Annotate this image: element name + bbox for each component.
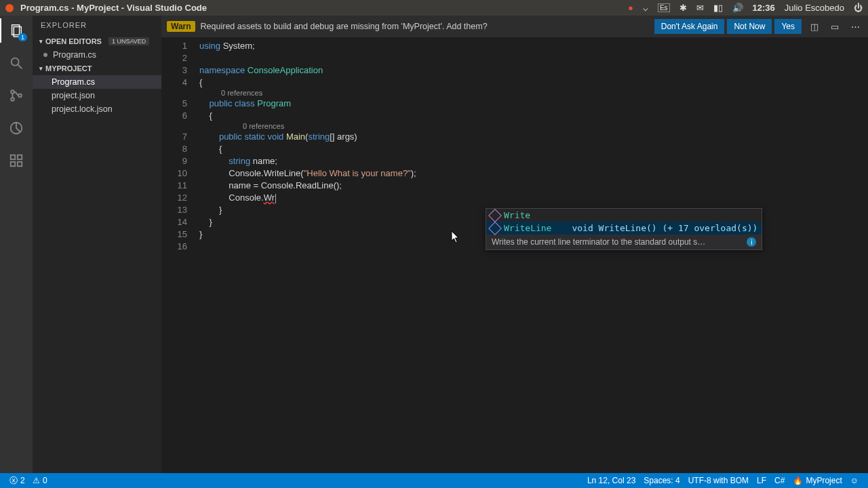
open-editor-label: Program.cs	[53, 50, 96, 60]
system-tray: ● ⌵ Es ✱ ✉ ▮▯ 🔊 12:36 Julio Escobedo ⏻	[628, 3, 863, 13]
svg-point-2	[12, 58, 19, 66]
unsaved-badge: 1 UNSAVED	[108, 37, 149, 45]
codelens-references[interactable]: 0 references	[199, 122, 868, 131]
warning-icon: ⚠	[33, 476, 40, 485]
split-editor-icon[interactable]: ◫	[807, 19, 822, 34]
file-item-projectlock[interactable]: project.lock.json	[33, 102, 161, 116]
mail-icon[interactable]: ✉	[696, 3, 704, 13]
open-editor-item[interactable]: Program.cs	[33, 48, 161, 62]
battery-icon[interactable]: ▮▯	[713, 3, 723, 13]
warn-badge: Warn	[167, 21, 195, 32]
file-item-program[interactable]: Program.cs	[33, 75, 161, 89]
window-close-button[interactable]	[5, 4, 14, 12]
suggest-item-write[interactable]: Write	[486, 209, 762, 222]
bluetooth-icon[interactable]: ✱	[679, 3, 687, 13]
svg-rect-10	[11, 155, 15, 159]
search-icon[interactable]	[7, 54, 26, 73]
svg-line-9	[16, 128, 20, 132]
file-item-projectjson[interactable]: project.json	[33, 89, 161, 102]
suggest-signature: void WriteLine() (+ 17 overload(s))	[572, 223, 757, 233]
source-control-icon[interactable]	[7, 86, 26, 105]
svg-rect-13	[18, 162, 22, 166]
code-content[interactable]: using System; namespace ConsoleApplicati…	[199, 37, 868, 473]
status-indentation[interactable]: Spaces: 4	[639, 473, 684, 488]
record-icon[interactable]: ●	[628, 3, 633, 13]
svg-rect-11	[18, 155, 22, 159]
line-number-gutter: 1 2 3 4 5 6 7 8 9 10 11 12 13 14 15 16	[161, 37, 199, 473]
status-language[interactable]: C#	[770, 473, 789, 488]
status-eol[interactable]: LF	[753, 473, 770, 488]
svg-point-5	[11, 98, 14, 101]
svg-line-3	[18, 65, 22, 69]
suggest-label: Write	[504, 210, 530, 220]
open-editors-label: OPEN EDITORS	[45, 37, 102, 45]
dont-ask-again-button[interactable]: Don't Ask Again	[654, 19, 725, 34]
notification-bar: Warn Required assets to build and debug …	[161, 16, 868, 37]
status-project[interactable]: 🔥MyProject	[789, 473, 846, 488]
project-header[interactable]: ▾ MYPROJECT	[33, 62, 161, 75]
status-cursor-position[interactable]: Ln 12, Col 23	[583, 473, 639, 488]
keyboard-layout[interactable]: Es	[658, 3, 670, 12]
svg-point-4	[11, 90, 14, 94]
power-icon[interactable]: ⏻	[854, 3, 863, 13]
chevron-down-icon: ▾	[39, 65, 43, 72]
intellisense-popup[interactable]: Write WriteLine void WriteLine() (+ 17 o…	[486, 208, 762, 250]
toggle-panel-icon[interactable]: ▭	[827, 19, 842, 34]
text-caret	[275, 194, 276, 203]
debug-icon[interactable]	[7, 119, 26, 138]
code-editor[interactable]: 1 2 3 4 5 6 7 8 9 10 11 12 13 14 15 16 u	[161, 37, 868, 473]
unsaved-dot-icon	[43, 53, 47, 57]
flame-icon: 🔥	[793, 476, 803, 485]
not-now-button[interactable]: Not Now	[727, 19, 772, 34]
explorer-icon[interactable]: 1	[7, 21, 26, 40]
svg-point-6	[18, 94, 22, 98]
wifi-icon[interactable]: ⌵	[643, 3, 648, 13]
explorer-sidebar: EXPLORER ▾ OPEN EDITORS 1 UNSAVED Progra…	[33, 16, 161, 473]
suggest-item-writeline[interactable]: WriteLine void WriteLine() (+ 17 overloa…	[486, 222, 762, 235]
suggest-documentation: Writes the current line terminator to th…	[486, 235, 762, 249]
volume-icon[interactable]: 🔊	[732, 3, 743, 13]
user-menu[interactable]: Julio Escobedo	[785, 3, 844, 13]
method-icon	[488, 222, 502, 235]
explorer-badge: 1	[18, 33, 27, 41]
window-title: Program.cs - MyProject - Visual Studio C…	[20, 3, 207, 13]
open-editors-header[interactable]: ▾ OPEN EDITORS 1 UNSAVED	[33, 35, 161, 48]
method-icon	[488, 209, 502, 222]
editor-area: Warn Required assets to build and debug …	[161, 16, 868, 473]
file-label: Program.cs	[52, 77, 95, 87]
status-encoding[interactable]: UTF-8 with BOM	[684, 473, 753, 488]
chevron-down-icon: ▾	[39, 38, 43, 45]
file-label: project.json	[52, 91, 95, 100]
suggest-label: WriteLine	[504, 223, 551, 233]
file-label: project.lock.json	[52, 104, 113, 114]
status-errors[interactable]: ⓧ2 ⚠0	[5, 473, 52, 488]
yes-button[interactable]: Yes	[774, 19, 802, 34]
error-icon: ⓧ	[9, 475, 18, 487]
notification-message: Required assets to build and debug are m…	[201, 22, 488, 31]
info-icon[interactable]: i	[747, 237, 756, 247]
status-bar: ⓧ2 ⚠0 Ln 12, Col 23 Spaces: 4 UTF-8 with…	[0, 473, 868, 488]
activity-bar: 1	[0, 16, 33, 473]
explorer-title: EXPLORER	[33, 16, 161, 35]
project-label: MYPROJECT	[45, 64, 92, 73]
app-body: 1 EXPLORER ▾ OPEN EDITORS 1 UNSAVED Prog…	[0, 16, 868, 473]
status-feedback[interactable]: ☺	[846, 473, 863, 488]
clock[interactable]: 12:36	[753, 3, 775, 13]
extensions-icon[interactable]	[7, 151, 26, 170]
more-actions-icon[interactable]: ⋯	[848, 19, 863, 34]
codelens-references[interactable]: 0 references	[199, 89, 868, 98]
os-top-bar: Program.cs - MyProject - Visual Studio C…	[0, 0, 868, 16]
svg-rect-12	[11, 162, 15, 166]
